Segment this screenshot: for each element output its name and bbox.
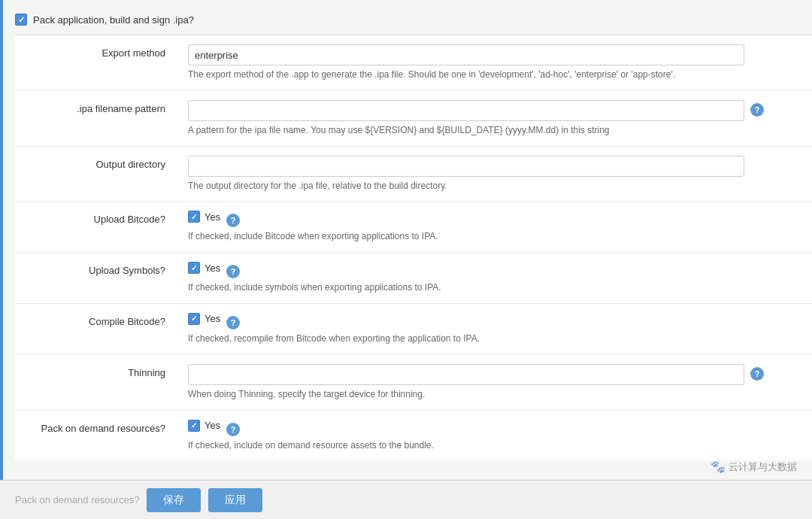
hint-output-directory: The output directory for the .ipa file, … — [188, 180, 782, 193]
checkbox-wrap-compile-bitcode: Yes? — [188, 313, 782, 329]
label-thinning: Thinning — [15, 363, 180, 378]
form-row-thinning: Thinning?When doing Thinning, specify th… — [15, 355, 812, 411]
content-compile-bitcode: Yes?If checked, recompile from Bitcode w… — [180, 311, 812, 347]
content-thinning: ?When doing Thinning, specify the target… — [180, 363, 812, 402]
label-export-method: Export method — [15, 43, 180, 59]
label-pack-on-demand: Pack on demand resources? — [15, 418, 180, 434]
help-icon-upload-symbols[interactable]: ? — [226, 265, 240, 278]
label-compile-bitcode: Compile Bitcode? — [15, 311, 180, 327]
watermark-icon: 🐾 — [710, 460, 726, 474]
hint-compile-bitcode: If checked, recompile from Bitcode when … — [188, 332, 782, 345]
input-wrap-export-method — [188, 44, 782, 65]
checkbox-label-pack-on-demand: Yes — [205, 420, 220, 431]
checkbox-row-upload-symbols: Yes — [188, 262, 220, 274]
top-checkbox-row: Pack application, build and sign .ipa? — [15, 8, 812, 35]
hint-pack-on-demand: If checked, include on demand resource a… — [188, 439, 782, 452]
form-row-upload-symbols: Upload Symbols?Yes?If checked, include s… — [15, 253, 812, 304]
main-container: Pack application, build and sign .ipa? E… — [0, 0, 812, 519]
hint-upload-bitcode: If checked, include Bitcode when exporti… — [188, 230, 782, 243]
help-icon-thinning[interactable]: ? — [750, 367, 764, 381]
form-row-compile-bitcode: Compile Bitcode?Yes?If checked, recompil… — [15, 304, 812, 355]
input-wrap-thinning: ? — [188, 364, 782, 385]
content-output-directory: The output directory for the .ipa file, … — [180, 154, 812, 194]
help-icon-ipa-filename-pattern[interactable]: ? — [750, 103, 764, 117]
input-export-method[interactable] — [188, 44, 744, 65]
input-wrap-output-directory — [188, 156, 782, 177]
label-output-directory: Output directory — [15, 154, 180, 170]
content-ipa-filename-pattern: ?A pattern for the ipa file name. You ma… — [180, 99, 812, 138]
bottom-bar: Pack on demand resources? 保存 应用 — [0, 480, 812, 519]
watermark: 🐾 云计算与大数据 — [710, 460, 797, 474]
checkbox-pack-on-demand[interactable] — [188, 420, 200, 432]
checkbox-upload-symbols[interactable] — [188, 262, 200, 274]
help-icon-compile-bitcode[interactable]: ? — [226, 316, 240, 329]
input-thinning[interactable] — [188, 364, 744, 385]
label-upload-bitcode: Upload Bitcode? — [15, 209, 180, 225]
checkbox-wrap-upload-symbols: Yes? — [188, 262, 782, 278]
content-upload-bitcode: Yes?If checked, include Bitcode when exp… — [180, 209, 812, 244]
pack-application-checkbox[interactable] — [15, 14, 27, 26]
label-upload-symbols: Upload Symbols? — [15, 260, 180, 276]
pack-on-demand-label: Pack on demand resources? — [15, 494, 139, 505]
checkbox-wrap-pack-on-demand: Yes? — [188, 420, 782, 436]
save-button[interactable]: 保存 — [147, 488, 201, 512]
content-upload-symbols: Yes?If checked, include symbols when exp… — [180, 260, 812, 296]
checkbox-compile-bitcode[interactable] — [188, 313, 200, 325]
form-row-export-method: Export methodThe export method of the .a… — [15, 35, 812, 91]
content-area: Pack application, build and sign .ipa? E… — [3, 0, 812, 468]
checkbox-row-upload-bitcode: Yes — [188, 211, 220, 223]
left-border — [0, 0, 3, 519]
checkbox-label-upload-bitcode: Yes — [205, 211, 220, 223]
help-icon-upload-bitcode[interactable]: ? — [226, 214, 240, 227]
form-section: Pack application, build and sign .ipa? E… — [0, 0, 812, 478]
checkbox-upload-bitcode[interactable] — [188, 211, 200, 223]
form-row-upload-bitcode: Upload Bitcode?Yes?If checked, include B… — [15, 202, 812, 253]
hint-ipa-filename-pattern: A pattern for the ipa file name. You may… — [188, 124, 782, 137]
form-row-pack-on-demand: Pack on demand resources?Yes?If checked,… — [15, 411, 812, 461]
checkbox-row-pack-on-demand: Yes — [188, 420, 220, 432]
checkbox-wrap-upload-bitcode: Yes? — [188, 211, 782, 227]
label-ipa-filename-pattern: .ipa filename pattern — [15, 99, 180, 114]
form-area: Export methodThe export method of the .a… — [15, 35, 812, 460]
form-row-ipa-filename-pattern: .ipa filename pattern?A pattern for the … — [15, 91, 812, 147]
content-pack-on-demand: Yes?If checked, include on demand resour… — [180, 418, 812, 454]
checkbox-row-compile-bitcode: Yes — [188, 313, 220, 325]
apply-button[interactable]: 应用 — [208, 488, 262, 512]
content-export-method: The export method of the .app to generat… — [180, 43, 812, 83]
watermark-text: 云计算与大数据 — [729, 460, 797, 474]
input-ipa-filename-pattern[interactable] — [188, 100, 744, 121]
hint-thinning: When doing Thinning, specify the target … — [188, 388, 782, 401]
form-row-output-directory: Output directoryThe output directory for… — [15, 147, 812, 202]
input-output-directory[interactable] — [188, 156, 744, 177]
input-wrap-ipa-filename-pattern: ? — [188, 100, 782, 121]
hint-upload-symbols: If checked, include symbols when exporti… — [188, 281, 782, 294]
help-icon-pack-on-demand[interactable]: ? — [226, 423, 240, 436]
checkbox-label-upload-symbols: Yes — [205, 263, 220, 274]
checkbox-label-compile-bitcode: Yes — [205, 313, 220, 324]
hint-export-method: The export method of the .app to generat… — [188, 68, 782, 81]
pack-application-label: Pack application, build and sign .ipa? — [33, 14, 194, 26]
